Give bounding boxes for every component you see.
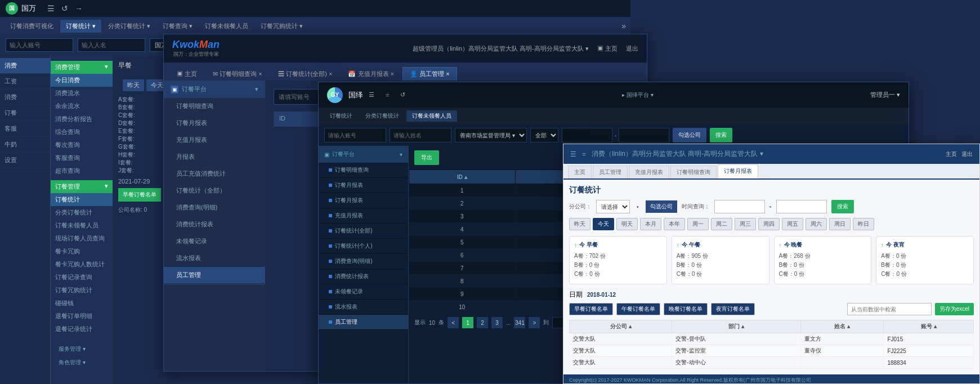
page-2[interactable]: 2	[477, 317, 488, 328]
front-nav-personal-stats[interactable]: 订餐统计(个人)	[319, 239, 408, 254]
menu-card-abuse[interactable]: 餐卡冗购	[51, 245, 113, 258]
btn-yesterday3[interactable]: 昨日	[853, 218, 874, 230]
menu-service[interactable]: 客服查询	[51, 151, 113, 164]
ftab-category-stats[interactable]: 分类订餐统计	[360, 110, 405, 122]
menu-icon-front[interactable]: ☰	[369, 91, 374, 99]
stats-logout-btn[interactable]: 退出	[961, 150, 973, 158]
stab-employee[interactable]: 员工管理	[593, 166, 628, 178]
nav-order-detail[interactable]: 订餐明细查询	[164, 98, 265, 115]
menu-order-stats[interactable]: 订餐统计	[51, 193, 113, 206]
forward-icon[interactable]: →	[75, 4, 83, 13]
tab-order-stats[interactable]: 订餐统计 ▾	[60, 20, 101, 33]
btn-sat[interactable]: 周六	[806, 218, 827, 230]
btn-yesterday[interactable]: 昨天	[123, 79, 144, 91]
menu-composite[interactable]: 综合查询	[51, 126, 113, 139]
btn-fri[interactable]: 周五	[782, 218, 803, 230]
stats-search-input[interactable]	[847, 303, 932, 315]
front-nav-consume-detail[interactable]: 消费查询(明细)	[319, 254, 408, 269]
stab-recharge[interactable]: 充值月报表	[629, 166, 669, 178]
tab-more-icon[interactable]: »	[621, 21, 626, 30]
stab-home[interactable]: 主页	[568, 166, 592, 178]
tab-recharge[interactable]: 📅 充值月报表 ×	[341, 67, 401, 81]
btn-breakfast-list[interactable]: 早餐订餐名单	[569, 303, 613, 315]
btn-dinner-list[interactable]: 晚餐订餐名单	[664, 303, 708, 315]
menu-consume-flow[interactable]: 消费流水	[51, 87, 113, 100]
btn-tomorrow2[interactable]: 明天	[616, 218, 638, 230]
front-nav-full-stats[interactable]: 订餐统计(全部)	[319, 224, 408, 239]
tab-employee-mgmt[interactable]: 👤 员工管理 ×	[402, 67, 457, 81]
btn-lunch-list[interactable]: 午餐订餐名单	[616, 303, 660, 315]
btn-morning-list[interactable]: 早餐订餐名单	[118, 188, 161, 202]
tab-order-query[interactable]: 订餐查询 ▾	[157, 20, 198, 33]
btn-tue[interactable]: 周二	[711, 218, 732, 230]
stats-check-company-btn[interactable]: 勾选公司	[646, 200, 677, 213]
stats-home-btn[interactable]: 主页	[946, 150, 957, 158]
sidebar-item-service[interactable]: 客服	[0, 121, 50, 137]
stats-company-select[interactable]: 请选择	[596, 200, 630, 213]
menu-refund-stats[interactable]: 退餐记录统计	[51, 323, 113, 336]
btn-wed[interactable]: 周三	[735, 218, 756, 230]
tab-uncollected[interactable]: 订餐未领餐人员	[199, 20, 254, 33]
stab-order-detail[interactable]: 订餐明细查询	[670, 166, 717, 178]
front-nav-employee-mgmt[interactable]: 员工管理	[319, 315, 408, 330]
front-nav-monthly2[interactable]: 订餐月报表	[319, 193, 408, 208]
ftab-uncollected[interactable]: 订餐未领餐人员	[406, 110, 457, 122]
page-prev[interactable]: <	[448, 317, 459, 328]
btn-today2[interactable]: 今天	[593, 218, 614, 230]
stats-search-btn[interactable]: 搜索	[831, 200, 854, 213]
tab-home[interactable]: ▣ 主页	[169, 67, 204, 81]
front-name-input[interactable]	[390, 128, 451, 142]
menu-remain-flow[interactable]: 余余流水	[51, 100, 113, 113]
sidebar-item-consume2[interactable]: 消费	[0, 90, 50, 105]
table-row[interactable]: 交警大队交警-督中队董文方FJ015	[570, 333, 974, 345]
menu-category-stats[interactable]: 分类订餐统计	[51, 206, 113, 219]
name-input[interactable]	[78, 38, 145, 52]
nav-recharge-monthly[interactable]: 充值月报表	[164, 132, 265, 149]
menu-order-abuse[interactable]: 订餐冗购统计	[51, 284, 113, 297]
nav-consume-detail[interactable]: 消费查询(明细)	[164, 199, 265, 216]
nav-employee-stats[interactable]: 员工充值消费统计	[164, 166, 265, 182]
tab-order-detail[interactable]: ✉ 订餐明细查询 ×	[205, 67, 270, 81]
nav-monthly-report[interactable]: 月报表	[164, 149, 265, 166]
nav-icon-2[interactable]: =	[386, 92, 389, 99]
front-sn-header[interactable]: ▣ 订餐平台 ▾	[319, 146, 408, 163]
menu-icon[interactable]: ☰	[47, 4, 55, 13]
export-btn[interactable]: 导出	[414, 150, 439, 165]
sidebar-item-milk[interactable]: 牛奶	[0, 137, 50, 153]
stats-info-icon[interactable]: =	[582, 150, 586, 158]
menu-card-count[interactable]: 餐卡冗购人数统计	[51, 258, 113, 271]
btn-sun[interactable]: 周日	[829, 218, 851, 230]
front-date1[interactable]: 2019-02-27	[562, 128, 612, 142]
tab-meal-stats[interactable]: 订餐冗购统计 ▾	[255, 20, 308, 33]
page-3[interactable]: 3	[491, 317, 503, 328]
btn-latenight-list[interactable]: 夜宵订餐名单	[711, 303, 755, 315]
menu-supermarket[interactable]: 超市查询	[51, 164, 113, 177]
menu-pocket[interactable]: 碰碰钱	[51, 297, 113, 310]
front-date2[interactable]: 2020-02-27	[619, 128, 669, 142]
refresh-icon[interactable]: ↺	[61, 4, 68, 13]
table-row[interactable]: 交警大队交警-动中心188834	[570, 357, 974, 369]
tab-full-stats[interactable]: ☰ 订餐统计(全部) ×	[271, 67, 340, 81]
front-nav-flow[interactable]: 流水报表	[319, 300, 408, 315]
menu-site-order[interactable]: 现场订餐人员查询	[51, 232, 113, 245]
menu-uncollected[interactable]: 订餐未领餐人员	[51, 219, 113, 232]
menu-today-consume[interactable]: 今日消费	[51, 74, 113, 87]
btn-month2[interactable]: 本月	[640, 218, 661, 230]
btn-mon[interactable]: 周一	[687, 218, 709, 230]
front-search-btn[interactable]: 搜索	[710, 128, 732, 142]
sidebar-item-wage[interactable]: 工资	[0, 74, 50, 90]
btn-year2[interactable]: 本年	[664, 218, 685, 230]
mid-logout-btn[interactable]: 退出	[626, 44, 638, 53]
nav-consume-report[interactable]: 消费统计报表	[164, 216, 265, 233]
front-nav-recharge[interactable]: 充值月报表	[319, 208, 408, 224]
front-nav-consume-report[interactable]: 消费统计报表	[319, 269, 408, 284]
nav-platform-header[interactable]: ▣ 订餐平台 ▾	[164, 81, 265, 98]
front-nav-monthly[interactable]: 订餐月报表	[319, 178, 408, 193]
nav-flow[interactable]: 流水报表	[164, 250, 265, 267]
front-nav-uncollected[interactable]: 未领餐记录	[319, 284, 408, 300]
stats-date1[interactable]: 2018-01-12	[714, 200, 765, 213]
stats-date2[interactable]: 2018-01-12	[776, 200, 827, 213]
front-account-input[interactable]	[324, 128, 386, 142]
menu-refund-detail[interactable]: 退餐订单明细	[51, 310, 113, 323]
sidebar-item-order[interactable]: 订餐	[0, 105, 50, 121]
